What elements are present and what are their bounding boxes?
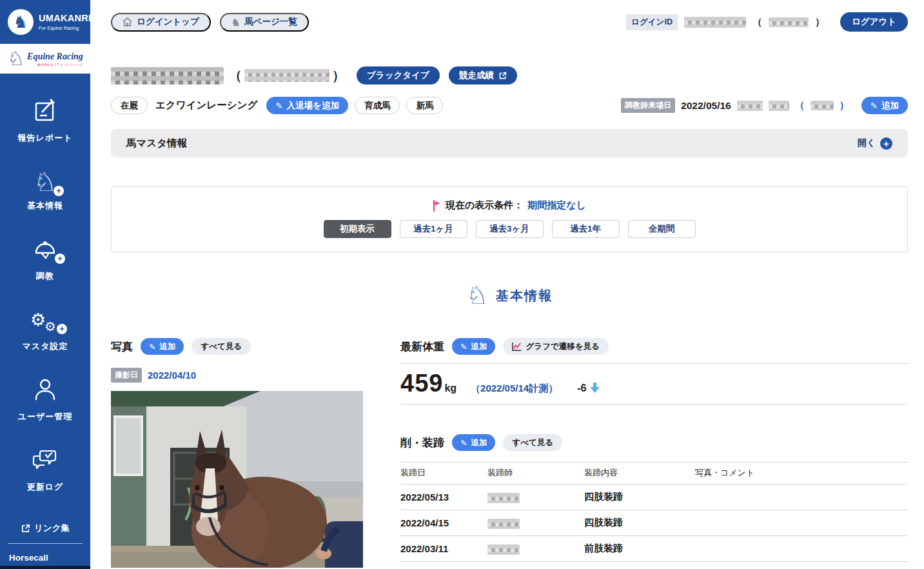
add-entry-exit-button[interactable]: ✎ 入退場を追加 xyxy=(266,97,348,114)
breadcrumb-horse-list[interactable]: ♞ 馬ページ一覧 xyxy=(220,13,309,32)
open-label: 開く xyxy=(858,137,876,149)
weight-unit: kg xyxy=(444,383,457,394)
photo-date-link[interactable]: 2022/04/10 xyxy=(148,370,196,381)
tag-training-horse: 育成馬 xyxy=(355,97,400,114)
chat-check-icon xyxy=(32,447,59,473)
race-results-button[interactable]: 競走成績 xyxy=(449,66,517,85)
hoof-col-date: 装蹄日 xyxy=(400,463,487,484)
flag-icon xyxy=(433,200,441,212)
horse-master-bar[interactable]: 馬マスタ情報 開く + xyxy=(111,129,908,157)
sidebar-item-master-settings[interactable]: ⚙ ⚙ + マスタ設定 xyxy=(0,306,90,352)
plus-badge-icon: + xyxy=(57,324,67,334)
redacted-farrier-name xyxy=(487,519,520,529)
hoof-photo-comment xyxy=(695,510,908,536)
sidebar-item-label: 基本情報 xyxy=(0,200,90,212)
filter-condition-value: 期間指定なし xyxy=(527,199,586,212)
pencil-icon: ✎ xyxy=(460,342,467,352)
app-logo-horse-icon: ♞ xyxy=(8,9,34,35)
home-icon xyxy=(123,17,132,26)
view-all-hoof-button[interactable]: すべて見る xyxy=(503,434,562,451)
sidebar-bottom-strip xyxy=(0,566,90,569)
hoof-content: 四肢装蹄 xyxy=(584,510,695,536)
add-photo-button[interactable]: ✎ 追加 xyxy=(141,338,184,355)
photo-date-label: 撮影日 xyxy=(111,368,142,383)
paren-close: ） xyxy=(332,67,345,85)
down-arrow-icon xyxy=(590,383,600,393)
weight-title: 最新体重 xyxy=(400,339,444,354)
redacted-trainer-link xyxy=(811,101,834,110)
horse-master-title: 馬マスタ情報 xyxy=(126,137,187,150)
helmet-icon xyxy=(32,236,58,262)
race-results-label: 競走成績 xyxy=(459,70,494,81)
sidebar-item-training[interactable]: + 調教 xyxy=(0,236,90,282)
filter-past-1month-button[interactable]: 過去1ヶ月 xyxy=(400,220,467,238)
redacted-horse-name-kana xyxy=(244,69,329,82)
basic-info-title: 基本情報 xyxy=(496,287,553,304)
filter-initial-display-button[interactable]: 初期表示 xyxy=(324,220,391,238)
report-icon xyxy=(33,98,57,124)
weight-diff: -6 xyxy=(577,383,586,394)
filter-condition-row: 現在の表示条件： 期間指定なし xyxy=(112,199,907,212)
sidebar-item-label: 報告レポート xyxy=(0,132,90,144)
breadcrumb-label: ログイントップ xyxy=(137,16,199,28)
breadcrumb-login-top[interactable]: ログイントップ xyxy=(111,13,211,32)
hoof-section: 削・装蹄 ✎ 追加 すべて見る 装蹄日 装蹄師 装蹄内容 写真・コメン xyxy=(400,434,908,562)
add-photo-label: 追加 xyxy=(159,341,175,352)
hoof-col-farrier: 装蹄師 xyxy=(487,463,584,484)
redacted-farrier-name xyxy=(487,544,520,555)
paren-open: （ xyxy=(795,99,805,112)
add-entry-exit-label: 入退場を追加 xyxy=(287,100,339,112)
hoof-date: 2022/04/15 xyxy=(400,510,487,536)
pencil-icon: ✎ xyxy=(870,101,878,111)
hoof-title: 削・装蹄 xyxy=(400,435,444,450)
add-weight-button[interactable]: ✎ 追加 xyxy=(452,338,495,355)
weight-value: 459 xyxy=(400,370,443,397)
add-hoof-label: 追加 xyxy=(471,437,487,448)
app-logo-subtitle: For Equine Racing xyxy=(39,25,90,31)
hoof-col-content: 装蹄内容 xyxy=(584,463,695,484)
gear-icon: ⚙ xyxy=(30,306,46,334)
sidebar-item-label: 調教 xyxy=(0,270,90,282)
sidebar-item-user-management[interactable]: ユーザー管理 xyxy=(0,377,90,423)
user-icon xyxy=(32,377,58,403)
status-row: 在厩 エクワインレーシング ✎ 入退場を追加 育成馬 新馬 調教師来場日 202… xyxy=(111,97,908,114)
filter-buttons-row: 初期表示 過去1ヶ月 過去3ヶ月 過去1年 全期間 xyxy=(112,220,907,238)
trainer-visit-label: 調教師来場日 xyxy=(621,98,675,113)
pencil-icon: ✎ xyxy=(275,101,282,111)
hoof-content: 四肢装蹄 xyxy=(584,484,695,510)
sidebar-item-update-log[interactable]: 更新ログ xyxy=(0,447,90,493)
open-master-button[interactable]: 開く + xyxy=(858,137,892,150)
filter-all-period-button[interactable]: 全期間 xyxy=(628,220,696,238)
partner-logo[interactable]: ♘ Equine Racing 株式会社エクワインレーシング xyxy=(0,44,90,74)
weight-section: 最新体重 ✎ 追加 グラフで遷移を見る 459 xyxy=(400,338,908,404)
line-chart-icon xyxy=(512,342,522,351)
hoof-content: 前肢装蹄 xyxy=(584,536,695,562)
view-all-photos-button[interactable]: すべて見る xyxy=(192,338,251,355)
view-weight-graph-label: グラフで遷移を見る xyxy=(526,341,599,352)
external-link-icon xyxy=(498,72,507,80)
filter-past-1year-button[interactable]: 過去1年 xyxy=(552,220,620,238)
top-bar: ログイントップ ♞ 馬ページ一覧 ログインID （ ） ログアウト xyxy=(111,12,908,32)
sidebar-item-basic-info[interactable]: ♘ + 基本情報 xyxy=(0,168,90,212)
sidebar-link-horsecall[interactable]: Horsecall xyxy=(0,544,90,564)
sidebar-links-title[interactable]: リンク集 xyxy=(0,523,90,534)
logout-button[interactable]: ログアウト xyxy=(840,12,908,32)
add-visit-button[interactable]: ✎ 追加 xyxy=(861,97,908,114)
app-logo[interactable]: ♞ UMAKANRI For Equine Racing xyxy=(0,0,90,44)
filter-past-3months-button[interactable]: 過去3ヶ月 xyxy=(476,220,544,238)
redacted-trainer-name xyxy=(737,101,763,111)
hoof-photo-comment xyxy=(695,484,908,510)
horse-title-row: （ ） ブラックタイプ 競走成績 xyxy=(111,66,908,85)
sidebar-item-label: 更新ログ xyxy=(0,481,90,493)
trainer-visit-date: 2022/05/16 xyxy=(681,100,731,112)
add-hoof-button[interactable]: ✎ 追加 xyxy=(452,434,495,451)
view-weight-graph-button[interactable]: グラフで遷移を見る xyxy=(503,338,608,355)
paren-open: （ xyxy=(229,67,242,85)
hoof-table: 装蹄日 装蹄師 装蹄内容 写真・コメント 2022/05/13 四肢装蹄 xyxy=(400,462,908,562)
blacktype-button[interactable]: ブラックタイプ xyxy=(357,66,440,85)
plus-circle-icon: + xyxy=(880,137,892,150)
hoof-table-header-row: 装蹄日 装蹄師 装蹄内容 写真・コメント xyxy=(400,463,908,484)
weight-measured-date: （2022/05/14計測） xyxy=(471,383,558,395)
sidebar-item-report[interactable]: 報告レポート xyxy=(0,98,90,144)
breadcrumb-label: 馬ページ一覧 xyxy=(244,16,297,28)
